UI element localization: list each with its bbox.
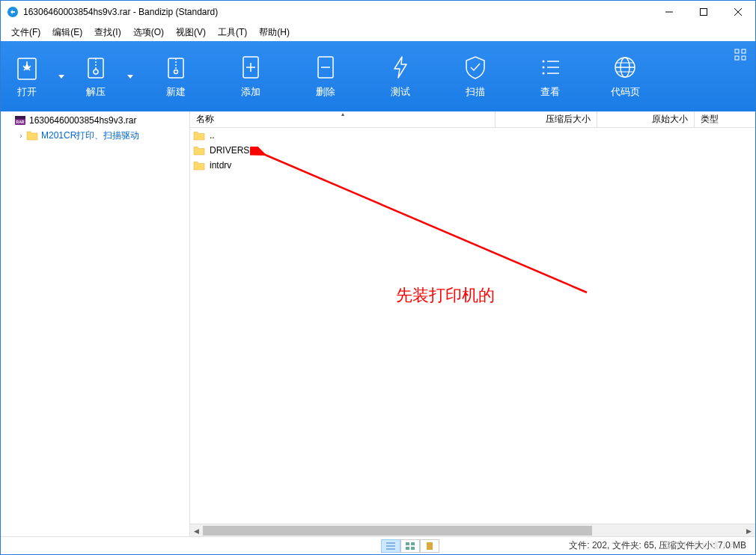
add-icon	[237, 54, 264, 81]
new-label: 新建	[166, 85, 186, 99]
titlebar: 16306460003854hs9v3.rar - Bandizip (Stan…	[1, 1, 755, 23]
svg-rect-40	[411, 542, 415, 545]
codepage-label: 代码页	[611, 85, 640, 99]
maximize-button[interactable]	[686, 1, 721, 23]
view-mode-toggle	[381, 539, 439, 553]
svg-point-11	[174, 70, 178, 74]
add-label: 添加	[241, 85, 260, 99]
menu-options[interactable]: 选项(O)	[127, 24, 170, 41]
minimize-button[interactable]	[652, 1, 686, 23]
sort-indicator-icon: ▴	[341, 111, 344, 117]
new-button[interactable]: 新建	[138, 41, 213, 111]
svg-rect-29	[742, 49, 746, 53]
folder-icon	[193, 146, 205, 156]
view-gallery-button[interactable]	[420, 539, 439, 553]
folder-icon	[26, 130, 38, 141]
extract-dropdown[interactable]	[122, 41, 138, 111]
open-dropdown[interactable]	[53, 41, 70, 111]
view-button[interactable]: 查看	[513, 41, 588, 111]
rar-icon: RAR	[14, 115, 26, 126]
tree-child-1[interactable]: › M201CR打印、扫描驱动	[1, 128, 189, 143]
extract-icon	[82, 54, 109, 81]
tree-root-label: 16306460003854hs9v3.rar	[29, 115, 136, 126]
scroll-left-icon[interactable]: ◀	[190, 524, 203, 537]
delete-label: 删除	[316, 85, 335, 99]
extract-button[interactable]: 解压	[70, 41, 138, 111]
menu-edit[interactable]: 编辑(E)	[46, 24, 88, 41]
menu-view[interactable]: 视图(V)	[170, 24, 212, 41]
view-icon	[537, 54, 564, 81]
menu-tools[interactable]: 工具(T)	[212, 24, 253, 41]
test-icon	[387, 54, 414, 81]
scroll-thumb[interactable]	[203, 526, 592, 536]
annotation-text: 先装打印机的	[396, 284, 495, 307]
svg-point-17	[543, 61, 545, 63]
svg-line-35	[263, 154, 587, 292]
open-button[interactable]: 打开	[1, 41, 70, 111]
scan-label: 扫描	[466, 85, 485, 99]
col-type[interactable]: 类型	[695, 111, 755, 128]
svg-rect-39	[406, 542, 409, 545]
svg-rect-31	[742, 56, 746, 60]
new-icon	[162, 54, 189, 81]
folder-icon	[193, 131, 205, 141]
folder-icon	[193, 161, 205, 171]
tree-child-1-label: M201CR打印、扫描驱动	[41, 129, 139, 142]
test-button[interactable]: 测试	[363, 41, 438, 111]
test-label: 测试	[391, 85, 410, 99]
svg-point-8	[94, 70, 98, 74]
tree-root[interactable]: RAR 16306460003854hs9v3.rar	[1, 113, 189, 128]
window-title: 16306460003854hs9v3.rar - Bandizip (Stan…	[23, 7, 652, 17]
scan-button[interactable]: 扫描	[438, 41, 513, 111]
svg-rect-2	[701, 9, 707, 16]
codepage-icon	[612, 54, 638, 81]
app-icon	[7, 6, 19, 18]
file-row-drivers[interactable]: DRIVERS	[190, 143, 755, 158]
file-name: ..	[210, 130, 215, 141]
extract-label: 解压	[86, 85, 106, 99]
menu-file[interactable]: 文件(F)	[5, 24, 46, 41]
file-row-intdrv[interactable]: intdrv	[190, 158, 755, 173]
add-button[interactable]: 添加	[213, 41, 288, 111]
column-header: 名称 ▴ 压缩后大小 原始大小 类型	[190, 111, 755, 128]
menu-find[interactable]: 查找(I)	[88, 24, 126, 41]
horizontal-scrollbar[interactable]: ◀ ▶	[190, 524, 755, 536]
svg-rect-43	[427, 542, 433, 550]
statusbar: 文件: 202, 文件夹: 65, 压缩文件大小: 7.0 MB CSDN @运…	[1, 536, 755, 554]
open-icon	[13, 54, 40, 81]
open-label: 打开	[17, 85, 37, 99]
col-original[interactable]: 原始大小	[597, 111, 695, 128]
toolbar-menu-icon[interactable]	[734, 49, 746, 64]
expand-icon[interactable]: ›	[16, 130, 26, 141]
svg-rect-33	[15, 116, 25, 119]
svg-rect-42	[411, 547, 415, 550]
svg-rect-41	[406, 547, 409, 550]
col-name[interactable]: 名称 ▴	[190, 111, 496, 128]
svg-text:RAR: RAR	[16, 120, 25, 124]
close-button[interactable]	[721, 1, 755, 23]
view-icons-button[interactable]	[400, 539, 420, 553]
window-controls	[652, 1, 755, 23]
delete-icon	[312, 54, 339, 81]
tree-panel: RAR 16306460003854hs9v3.rar › M201CR打印、扫…	[1, 111, 190, 536]
expand-icon[interactable]	[4, 115, 14, 126]
view-label: 查看	[540, 85, 560, 99]
codepage-button[interactable]: 代码页	[588, 41, 662, 111]
menu-help[interactable]: 帮助(H)	[253, 24, 296, 41]
col-name-label: 名称	[196, 113, 214, 126]
file-row-parent[interactable]: ..	[190, 128, 755, 143]
svg-rect-30	[735, 56, 739, 60]
toolbar: 打开 解压 新建 添加 删除 测试 扫描 查看 代码页	[1, 41, 755, 111]
main-area: RAR 16306460003854hs9v3.rar › M201CR打印、扫…	[1, 111, 755, 536]
view-details-button[interactable]	[381, 539, 400, 553]
svg-point-21	[543, 73, 545, 75]
file-list: .. DRIVERS intdrv 先装打印机的	[190, 128, 755, 524]
file-name: DRIVERS	[210, 145, 249, 156]
svg-point-19	[543, 67, 545, 69]
delete-button[interactable]: 删除	[288, 41, 363, 111]
col-compressed[interactable]: 压缩后大小	[496, 111, 597, 128]
scroll-right-icon[interactable]: ▶	[743, 524, 755, 537]
svg-rect-28	[735, 49, 739, 53]
watermark-text: CSDN @运维小青年	[664, 539, 746, 552]
file-panel: 名称 ▴ 压缩后大小 原始大小 类型 .. DRIVERS intdrv	[190, 111, 755, 536]
